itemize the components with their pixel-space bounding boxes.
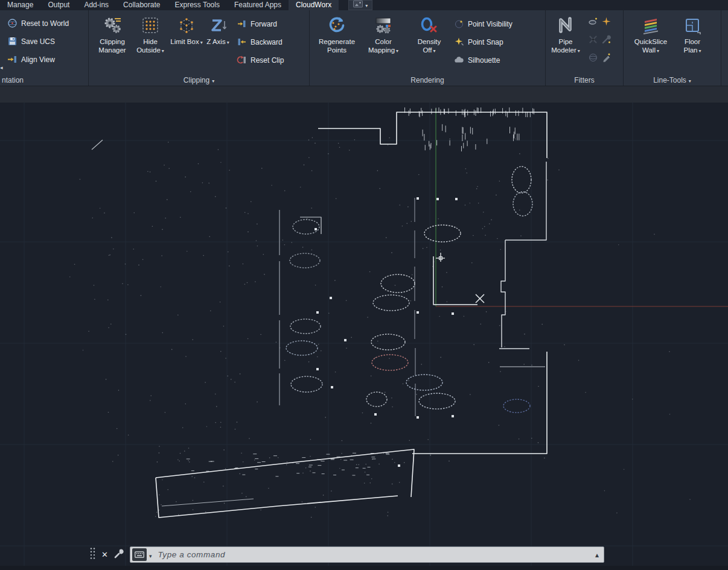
pencil-icon[interactable]: [601, 52, 611, 63]
picture-icon: [353, 0, 363, 11]
point-snap-label: Point Snap: [468, 38, 503, 46]
ribbon: ◂ Reset to World Save UCS: [0, 10, 728, 86]
panel-edge-mark: ◂: [0, 65, 3, 71]
z-axis-icon: [208, 15, 228, 36]
panel-label-line-tools[interactable]: Line-Tools: [624, 74, 721, 86]
panel-expand-icon: [689, 76, 691, 84]
hide-outside-button[interactable]: Hide Outside: [132, 10, 169, 55]
tab-express-tools[interactable]: Express Tools: [167, 0, 226, 10]
tab-manage[interactable]: Manage: [0, 0, 40, 10]
density-off-button[interactable]: Density Off: [412, 10, 447, 55]
dotted-cube-icon: [176, 15, 197, 36]
ribbon-panel-rendering: Regenerate Points Color Mapping Density …: [310, 10, 546, 86]
align-arrow-icon: [7, 54, 18, 65]
document-bar: [0, 86, 728, 103]
reset-clip-button[interactable]: Reset Clip: [237, 55, 284, 65]
limit-box-button[interactable]: Limit Box: [169, 10, 204, 46]
regenerate-points-button[interactable]: Regenerate Points: [314, 10, 360, 55]
command-history-toggle[interactable]: [595, 551, 599, 559]
panel-expand-icon: [212, 76, 214, 84]
ribbon-panel-line-tools: QuickSlice Wall Floor Plan Line-Tools: [624, 10, 721, 86]
ribbon-tab-bar: Manage Output Add-ins Collaborate Expres…: [0, 0, 728, 10]
floor-plan-button[interactable]: Floor Plan: [677, 10, 708, 55]
disc-icon[interactable]: [588, 16, 598, 27]
forward-label: Forward: [251, 20, 277, 28]
ribbon-panel-clipping: Clipping Manager Hide Outside Limit Box: [89, 10, 310, 86]
command-options-arrow[interactable]: [149, 549, 152, 560]
panel-label-orientation: ntation: [0, 74, 88, 86]
customize-wrench-icon[interactable]: [113, 548, 124, 562]
clip-forward-button[interactable]: Forward: [237, 19, 284, 29]
save-ucs-label: Save UCS: [21, 37, 55, 46]
panel-label-rendering: Rendering: [310, 74, 545, 86]
tab-add-ins[interactable]: Add-ins: [77, 0, 116, 10]
tab-featured-apps[interactable]: Featured Apps: [227, 0, 289, 10]
arrows-cross-icon[interactable]: [588, 34, 598, 45]
command-bar-grip[interactable]: [89, 546, 96, 563]
layer-slices-icon: [640, 15, 661, 36]
zero-x-icon: [419, 15, 439, 36]
close-icon[interactable]: [101, 551, 108, 559]
pipe-modeler-button[interactable]: Pipe Modeler: [548, 10, 583, 55]
reset-clip-icon: [237, 55, 247, 65]
gradient-gears-icon: [373, 15, 394, 36]
eye-sphere-icon: [454, 19, 464, 29]
point-snap-button[interactable]: Point Snap: [454, 37, 512, 47]
panel-label-clipping[interactable]: Clipping: [89, 74, 309, 86]
autocad-window: Manage Output Add-ins Collaborate Expres…: [0, 0, 728, 570]
dropdown-arrow-icon: [395, 46, 398, 54]
tab-cloudworx[interactable]: CloudWorx: [289, 0, 339, 10]
backward-label: Backward: [251, 38, 283, 46]
silhouette-button[interactable]: Silhouette: [454, 55, 512, 65]
reset-to-world-label: Reset to World: [21, 19, 69, 28]
bottom-strip: [0, 566, 728, 570]
tab-output[interactable]: Output: [40, 0, 77, 10]
align-view-button[interactable]: Align View: [7, 54, 69, 65]
pipe-icon: [555, 15, 576, 36]
command-bar: [89, 546, 604, 563]
dropdown-arrow-icon: [576, 46, 580, 54]
dropdown-arrow-icon: [656, 46, 659, 54]
sparkle-icon[interactable]: [601, 16, 611, 27]
dropdown-arrow-icon: [161, 46, 164, 54]
point-visibility-button[interactable]: Point Visibility: [454, 19, 512, 29]
drawing-viewport[interactable]: [0, 103, 728, 570]
forward-arrow-icon: [237, 19, 247, 29]
silhouette-label: Silhouette: [468, 56, 500, 65]
dropdown-arrow-icon: [698, 46, 701, 54]
chevron-down-icon: [365, 0, 368, 11]
ribbon-panel-orientation: Reset to World Save UCS Align View: [0, 10, 89, 86]
world-sphere-icon: [7, 18, 18, 28]
sphere-icon[interactable]: [588, 52, 598, 63]
reset-clip-label: Reset Clip: [251, 56, 284, 65]
point-visibility-label: Point Visibility: [468, 20, 512, 28]
save-ucs-button[interactable]: Save UCS: [7, 36, 69, 46]
panel-label-fitters: Fitters: [546, 74, 623, 86]
clipping-manager-button[interactable]: Clipping Manager: [93, 10, 132, 55]
command-input[interactable]: [153, 547, 590, 562]
pointcloud-canvas[interactable]: [0, 103, 728, 570]
backward-arrow-icon: [237, 37, 247, 47]
reset-to-world-button[interactable]: Reset to World: [7, 18, 69, 28]
color-mapping-button[interactable]: Color Mapping: [363, 10, 403, 55]
save-icon: [7, 36, 18, 46]
cloud-icon: [454, 55, 464, 65]
regenerate-arrow-icon: [327, 15, 347, 36]
ribbon-display-toggle[interactable]: [348, 0, 372, 10]
tab-collaborate[interactable]: Collaborate: [116, 0, 167, 10]
floor-plan-icon: [682, 15, 703, 36]
dotted-region-icon: [140, 15, 161, 36]
clip-backward-button[interactable]: Backward: [237, 37, 284, 47]
fitter-tool-grid: [588, 10, 615, 71]
align-view-label: Align View: [21, 55, 55, 64]
dropdown-arrow-icon: [226, 38, 229, 45]
ribbon-panel-fitters: Pipe Modeler: [546, 10, 624, 86]
dropdown-arrow-icon: [199, 38, 203, 45]
z-axis-button[interactable]: Z Axis: [204, 10, 232, 46]
sparkle-wand-icon: [454, 37, 464, 47]
tools-icon[interactable]: [601, 34, 611, 45]
dropdown-arrow-icon: [432, 46, 436, 54]
quickslice-wall-button[interactable]: QuickSlice Wall: [628, 10, 673, 55]
keyboard-icon[interactable]: [132, 548, 147, 561]
gears-list-icon: [102, 15, 123, 36]
